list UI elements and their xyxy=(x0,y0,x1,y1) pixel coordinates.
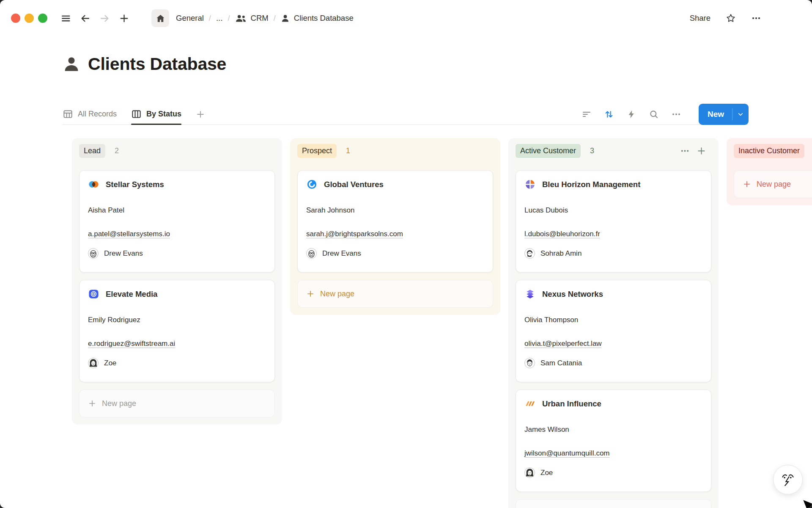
column-status-badge[interactable]: Inactive Customer xyxy=(734,144,804,158)
column-status-badge[interactable]: Lead xyxy=(79,144,105,158)
view-toolbar: New xyxy=(582,104,749,125)
view-more-button[interactable] xyxy=(671,109,681,119)
new-page-label: New page xyxy=(320,290,354,298)
card-contact-name: Sarah Johnson xyxy=(306,206,484,215)
plus-icon xyxy=(196,110,205,119)
plus-icon xyxy=(743,180,751,188)
breadcrumb-item-page[interactable]: Clients Database xyxy=(294,14,354,23)
minimize-window-button[interactable] xyxy=(25,14,34,23)
card-email-link[interactable]: sarah.j@brightsparksolns.com xyxy=(306,229,403,238)
favorite-button[interactable] xyxy=(726,13,736,23)
sidebar-menu-button[interactable] xyxy=(58,11,73,25)
column-lead: Lead2Stellar SystemsAisha Patela.patel@s… xyxy=(72,138,282,425)
new-page-label: New page xyxy=(757,180,791,189)
assistant-widget-button[interactable] xyxy=(773,465,803,494)
avatar xyxy=(88,358,99,368)
close-window-button[interactable] xyxy=(11,14,20,23)
card-company-name: Elevate Media xyxy=(106,290,157,299)
search-icon xyxy=(649,109,659,119)
avatar xyxy=(306,248,317,259)
zoom-window-button[interactable] xyxy=(38,14,47,23)
breadcrumb: General / ... / CRM / Clients Database xyxy=(176,14,354,23)
view-tabs-bar: All Records By Status xyxy=(63,104,749,125)
card-email-link[interactable]: l.dubois@bleuhorizon.fr xyxy=(524,229,600,238)
column-add-card-button[interactable] xyxy=(697,146,706,156)
breadcrumb-ellipsis[interactable]: ... xyxy=(216,14,222,23)
titlebar-actions: Share xyxy=(690,13,812,23)
card-company-name: Urban Influence xyxy=(542,399,601,409)
page-title[interactable]: Clients Database xyxy=(88,54,226,74)
breadcrumb-separator: / xyxy=(228,14,230,23)
search-button[interactable] xyxy=(649,109,659,119)
automations-button[interactable] xyxy=(626,109,636,119)
record-card[interactable]: Nexus NetworksOlivia Thompsonolivia.t@pi… xyxy=(516,280,711,382)
card-owner: Sam Catania xyxy=(524,358,702,368)
card-email-link[interactable]: a.patel@stellarsystems.io xyxy=(88,229,170,238)
page-person-icon[interactable] xyxy=(63,55,80,73)
add-view-button[interactable] xyxy=(196,110,205,119)
plus-icon xyxy=(88,399,96,408)
card-title-row: Bleu Horizon Management xyxy=(524,179,702,190)
forward-button[interactable] xyxy=(97,11,112,25)
card-title-row: Global Ventures xyxy=(306,179,484,190)
filter-button[interactable] xyxy=(582,109,592,119)
record-card[interactable]: Urban InfluenceJames Wilsonjwilson@quant… xyxy=(516,389,711,492)
tab-label: By Status xyxy=(146,110,181,119)
tab-all-records[interactable]: All Records xyxy=(63,104,117,124)
new-page-button[interactable]: New page xyxy=(79,389,275,417)
card-contact-name: James Wilson xyxy=(524,425,702,434)
sort-button[interactable] xyxy=(604,109,614,119)
sort-arrows-icon xyxy=(604,109,614,119)
card-email-link[interactable]: olivia.t@pixelperfect.law xyxy=(524,339,602,348)
home-button[interactable] xyxy=(151,9,169,27)
person-icon xyxy=(281,14,290,23)
new-record-dropdown-button[interactable] xyxy=(732,104,749,125)
more-options-button[interactable] xyxy=(751,13,761,23)
forward-arrow-icon xyxy=(99,13,110,24)
record-card[interactable]: Stellar SystemsAisha Patela.patel@stella… xyxy=(79,170,275,273)
cursor-arrow-icon xyxy=(802,499,812,508)
column-status-badge[interactable]: Active Customer xyxy=(516,144,581,158)
new-record-button[interactable]: New xyxy=(699,104,732,125)
card-owner: Zoe xyxy=(524,467,702,478)
avatar xyxy=(524,248,535,259)
new-tab-button[interactable] xyxy=(117,11,131,25)
new-page-button[interactable]: New page xyxy=(734,170,812,198)
breadcrumb-item-crm[interactable]: CRM xyxy=(251,14,269,23)
filter-icon xyxy=(582,109,592,119)
back-button[interactable] xyxy=(78,11,92,25)
avatar xyxy=(524,358,535,368)
back-arrow-icon xyxy=(80,13,91,24)
new-page-button[interactable]: New page xyxy=(297,280,493,308)
column-more-button[interactable] xyxy=(680,146,690,156)
tab-label: All Records xyxy=(78,110,117,119)
record-card[interactable]: Elevate MediaEmily Rodrigueze.rodriguez@… xyxy=(79,280,275,382)
column-header: Lead2 xyxy=(79,144,275,158)
people-icon xyxy=(235,14,247,23)
card-email-link[interactable]: jwilson@quantumquill.com xyxy=(524,449,610,458)
titlebar: General / ... / CRM / Clients Database S… xyxy=(0,0,812,31)
breadcrumb-item-general[interactable]: General xyxy=(176,14,204,23)
card-owner: Drew Evans xyxy=(88,248,266,259)
card-email-link[interactable]: e.rodriguez@swiftstream.ai xyxy=(88,339,175,348)
ellipsis-icon xyxy=(751,13,761,23)
record-card[interactable]: Bleu Horizon ManagementLucas Duboisl.dub… xyxy=(516,170,711,273)
app-window: General / ... / CRM / Clients Database S… xyxy=(0,0,812,508)
share-button[interactable]: Share xyxy=(690,14,710,23)
column-status-badge[interactable]: Prospect xyxy=(297,144,337,158)
card-title-row: Elevate Media xyxy=(88,288,266,300)
column-prospect: Prospect1Global VenturesSarah Johnsonsar… xyxy=(290,138,500,315)
column-header: Inactive Customer xyxy=(734,144,812,158)
card-owner: Zoe xyxy=(88,358,266,368)
new-page-button[interactable]: New page xyxy=(516,499,711,508)
board-view-icon xyxy=(131,109,142,119)
page-header: Clients Database xyxy=(63,54,749,74)
card-owner-name: Drew Evans xyxy=(322,249,361,258)
card-owner-name: Sohrab Amin xyxy=(540,249,582,258)
board: Lead2Stellar SystemsAisha Patela.patel@s… xyxy=(0,138,812,508)
avatar xyxy=(88,248,99,259)
card-title-row: Urban Influence xyxy=(524,398,702,409)
tab-by-status[interactable]: By Status xyxy=(131,104,181,124)
record-card[interactable]: Global VenturesSarah Johnsonsarah.j@brig… xyxy=(297,170,493,273)
spiral-square-icon xyxy=(88,288,99,300)
